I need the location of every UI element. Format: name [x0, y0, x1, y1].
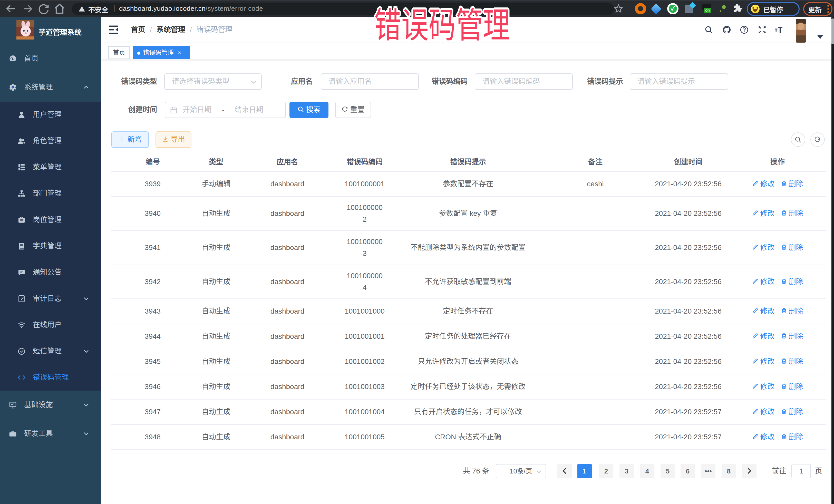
- svg-text:ID: ID: [20, 219, 23, 222]
